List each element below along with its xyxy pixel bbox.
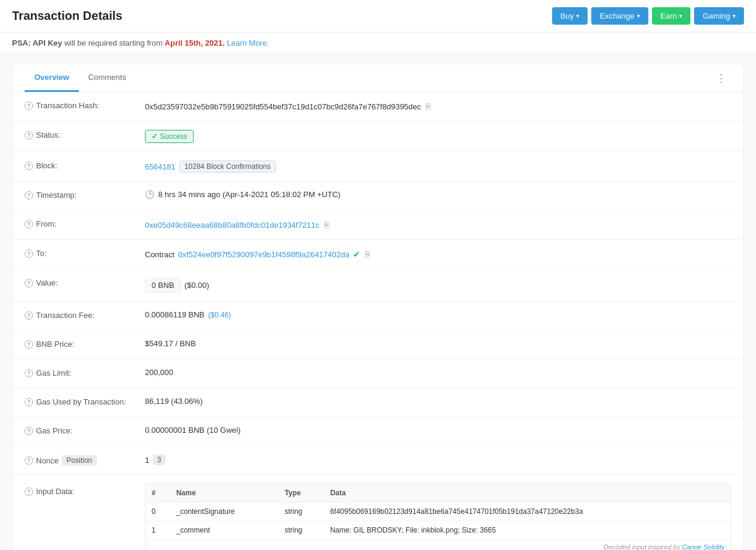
status-badge: Success bbox=[145, 130, 194, 143]
gas-limit-value: 200,000 bbox=[145, 368, 731, 377]
fee-value: 0.00086119 BNB ($0.46) bbox=[145, 310, 731, 319]
main-card: Overview Comments ⋮ ? Transaction Hash: … bbox=[12, 64, 744, 550]
help-icon[interactable]: ? bbox=[25, 369, 33, 377]
block-label: ? Block: bbox=[25, 160, 145, 170]
block-value: 6564181 10284 Block Confirmations bbox=[145, 160, 731, 173]
from-address-link[interactable]: 0xe05d49c68eeaa68b80a8fb0fdc01de1934f721… bbox=[145, 221, 319, 230]
input-data-label: ? Input Data: bbox=[25, 483, 145, 496]
help-icon[interactable]: ? bbox=[25, 311, 33, 320]
chevron-down-icon: ▾ bbox=[637, 13, 640, 19]
copy-hash-icon[interactable]: ⎘ bbox=[425, 100, 432, 112]
from-value: 0xe05d49c68eeaa68b80a8fb0fdc01de1934f721… bbox=[145, 219, 731, 231]
row0-type: string bbox=[278, 503, 324, 521]
gas-price-row: ? Gas Price: 0.00000001 BNB (10 Gwei) bbox=[13, 417, 743, 446]
gas-used-row: ? Gas Used by Transaction: 86,119 (43.06… bbox=[13, 388, 743, 417]
chevron-down-icon: ▾ bbox=[576, 13, 579, 19]
help-icon[interactable]: ? bbox=[25, 131, 33, 139]
gas-used-label: ? Gas Used by Transaction: bbox=[25, 397, 145, 406]
block-number-link[interactable]: 6564181 bbox=[145, 162, 176, 171]
bnb-price-label: ? BNB Price: bbox=[25, 339, 145, 349]
help-icon[interactable]: ? bbox=[25, 398, 33, 406]
value-row: ? Value: 0 BNB ($0.00) bbox=[13, 269, 743, 302]
row1-type: string bbox=[278, 521, 324, 540]
row0-index: 0 bbox=[146, 503, 170, 521]
fee-usd: ($0.46) bbox=[208, 311, 231, 319]
bnb-value-box: 0 BNB bbox=[145, 278, 181, 293]
to-value: Contract 0xf524ee0f97f5290097e9b1f4598f9… bbox=[145, 248, 731, 260]
timestamp-row: ? Timestamp: 🕐 8 hrs 34 mins ago (Apr-14… bbox=[13, 182, 743, 210]
canoe-solidity-link[interactable]: Canoe Solidity bbox=[682, 543, 725, 550]
chevron-down-icon: ▾ bbox=[679, 13, 682, 19]
nonce-value: 1 3 bbox=[145, 454, 731, 465]
help-icon[interactable]: ? bbox=[25, 249, 33, 258]
buy-button[interactable]: Buy ▾ bbox=[552, 7, 588, 25]
row1-data: Name: GIL BRODSKY; File: inkblok.png; Si… bbox=[324, 521, 731, 540]
col-data: Data bbox=[324, 484, 731, 503]
block-confirmations-badge: 10284 Block Confirmations bbox=[179, 160, 276, 173]
help-icon[interactable]: ? bbox=[25, 340, 33, 349]
gas-price-label: ? Gas Price: bbox=[25, 426, 145, 435]
table-row: 0 _contentSignature string 6f4095b069169… bbox=[146, 503, 731, 521]
page-title: Transaction Details bbox=[12, 9, 122, 23]
psa-date: April 15th, 2021. bbox=[165, 38, 225, 47]
to-row: ? To: Contract 0xf524ee0f97f5290097e9b1f… bbox=[13, 240, 743, 269]
chevron-down-icon: ▾ bbox=[733, 13, 736, 19]
gas-limit-label: ? Gas Limit: bbox=[25, 368, 145, 377]
bnb-price-row: ? BNB Price: $549.17 / BNB bbox=[13, 331, 743, 359]
status-value: Success bbox=[145, 130, 731, 143]
psa-prefix: PSA: API Key bbox=[12, 38, 62, 47]
top-bar: Transaction Details Buy ▾ Exchange ▾ Ear… bbox=[0, 0, 756, 32]
help-icon[interactable]: ? bbox=[25, 191, 33, 200]
copy-from-icon[interactable]: ⎘ bbox=[323, 219, 330, 231]
psa-learn-more-link[interactable]: Learn More. bbox=[227, 38, 269, 47]
value-label: ? Value: bbox=[25, 278, 145, 287]
col-name: Name bbox=[170, 484, 278, 503]
row1-name: _comment bbox=[170, 521, 278, 540]
nonce-row: ? Nonce Position 1 3 bbox=[13, 446, 743, 475]
gaming-button[interactable]: Gaming ▾ bbox=[694, 7, 744, 25]
fee-label: ? Transaction Fee: bbox=[25, 310, 145, 320]
help-icon[interactable]: ? bbox=[25, 487, 33, 496]
row0-name: _contentSignature bbox=[170, 503, 278, 521]
to-label: ? To: bbox=[25, 248, 145, 258]
input-table: # Name Type Data 0 _contentSignature str… bbox=[146, 484, 731, 539]
input-data-value: # Name Type Data 0 _contentSignature str… bbox=[145, 483, 731, 550]
verified-icon: ✔ bbox=[353, 249, 360, 259]
nonce-label: ? Nonce Position bbox=[25, 454, 145, 466]
tabs: Overview Comments bbox=[25, 64, 136, 91]
gas-price-value: 0.00000001 BNB (10 Gwei) bbox=[145, 426, 731, 435]
timestamp-label: ? Timestamp: bbox=[25, 190, 145, 200]
exchange-button[interactable]: Exchange ▾ bbox=[591, 7, 648, 25]
status-label: ? Status: bbox=[25, 130, 145, 139]
row0-data: 6f4095b069169b02123d914a81be6a745e417470… bbox=[324, 503, 731, 521]
gas-limit-row: ? Gas Limit: 200,000 bbox=[13, 359, 743, 388]
status-row: ? Status: Success bbox=[13, 121, 743, 152]
help-icon[interactable]: ? bbox=[25, 279, 33, 287]
tabs-row: Overview Comments ⋮ bbox=[13, 64, 743, 92]
transaction-hash-label: ? Transaction Hash: bbox=[25, 100, 145, 110]
help-icon[interactable]: ? bbox=[25, 102, 33, 110]
nonce-position-badge[interactable]: Position bbox=[62, 455, 97, 466]
fee-row: ? Transaction Fee: 0.00086119 BNB ($0.46… bbox=[13, 302, 743, 331]
input-data-box: # Name Type Data 0 _contentSignature str… bbox=[145, 483, 731, 550]
help-icon[interactable]: ? bbox=[25, 162, 33, 170]
col-type: Type bbox=[278, 484, 324, 503]
col-index: # bbox=[146, 484, 170, 503]
from-label: ? From: bbox=[25, 219, 145, 228]
row1-index: 1 bbox=[146, 521, 170, 540]
value-amount: 0 BNB ($0.00) bbox=[145, 278, 731, 293]
transaction-hash-row: ? Transaction Hash: 0x5d23597032e5b9b759… bbox=[13, 92, 743, 121]
more-options-icon[interactable]: ⋮ bbox=[711, 67, 731, 90]
table-row: 1 _comment string Name: GIL BRODSKY; Fil… bbox=[146, 521, 731, 540]
tab-comments[interactable]: Comments bbox=[79, 64, 136, 92]
help-icon[interactable]: ? bbox=[25, 456, 33, 465]
transaction-hash-value: 0x5d23597032e5b9b75919025fd554bef37c19d1… bbox=[145, 100, 731, 112]
help-icon[interactable]: ? bbox=[25, 427, 33, 435]
tab-overview[interactable]: Overview bbox=[25, 64, 79, 92]
help-icon[interactable]: ? bbox=[25, 220, 33, 228]
top-buttons: Buy ▾ Exchange ▾ Earn ▾ Gaming ▾ bbox=[552, 7, 744, 25]
input-data-row: ? Input Data: # Name Type Data bbox=[13, 475, 743, 550]
earn-button[interactable]: Earn ▾ bbox=[652, 7, 690, 25]
copy-to-icon[interactable]: ⎘ bbox=[364, 248, 371, 260]
to-address-link[interactable]: 0xf524ee0f97f5290097e9b1f4598f9a26417402… bbox=[178, 250, 349, 259]
